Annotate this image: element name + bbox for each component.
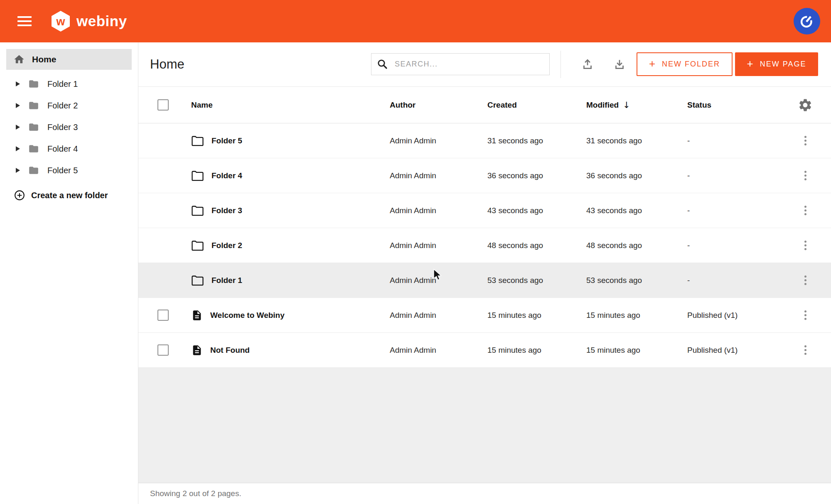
webiny-admin-app: w webiny Home Folder 1Folder 2Folder 3Fo… bbox=[0, 0, 831, 504]
sidebar-item-home[interactable]: Home bbox=[6, 49, 132, 70]
folder-icon bbox=[27, 79, 40, 89]
row-name[interactable]: Folder 2 bbox=[211, 241, 242, 250]
row-actions-menu[interactable] bbox=[801, 167, 810, 184]
gear-icon bbox=[798, 98, 813, 113]
row-status: - bbox=[687, 171, 779, 180]
page-icon bbox=[191, 344, 203, 356]
table-row[interactable]: Not FoundAdmin Admin15 minutes ago15 min… bbox=[138, 333, 831, 368]
webiny-wordmark: webiny bbox=[76, 13, 127, 30]
select-all-checkbox[interactable] bbox=[157, 99, 169, 111]
row-status: - bbox=[687, 276, 779, 285]
row-author: Admin Admin bbox=[390, 171, 487, 180]
row-created: 36 seconds ago bbox=[487, 171, 586, 180]
column-header-name[interactable]: Name bbox=[191, 101, 390, 110]
folder-icon bbox=[191, 170, 204, 181]
sidebar-folder-item[interactable]: Folder 4 bbox=[0, 138, 138, 160]
row-created: 15 minutes ago bbox=[487, 311, 586, 320]
row-status: - bbox=[687, 241, 779, 250]
row-name[interactable]: Folder 5 bbox=[211, 136, 242, 145]
row-modified: 31 seconds ago bbox=[586, 136, 687, 145]
folder-icon bbox=[27, 165, 40, 176]
sidebar-folder-label: Folder 1 bbox=[47, 79, 78, 89]
row-name[interactable]: Folder 4 bbox=[211, 171, 242, 180]
row-actions-menu[interactable] bbox=[801, 342, 810, 358]
folder-icon bbox=[191, 205, 204, 216]
sidebar-folder-item[interactable]: Folder 1 bbox=[0, 73, 138, 95]
sidebar-folder-item[interactable]: Folder 3 bbox=[0, 116, 138, 138]
table-row[interactable]: Folder 2Admin Admin48 seconds ago48 seco… bbox=[138, 228, 831, 263]
pagination-summary: Showing 2 out of 2 pages. bbox=[150, 489, 241, 498]
row-status: - bbox=[687, 206, 779, 215]
table-row[interactable]: Folder 5Admin Admin31 seconds ago31 seco… bbox=[138, 123, 831, 158]
new-page-button[interactable]: + NEW PAGE bbox=[735, 52, 818, 76]
row-author: Admin Admin bbox=[390, 241, 487, 250]
page-title: Home bbox=[150, 57, 184, 72]
home-icon bbox=[13, 54, 25, 65]
webiny-hexagon-icon: w bbox=[51, 10, 71, 32]
chevron-right-icon[interactable] bbox=[16, 146, 20, 151]
main-content: Home bbox=[138, 42, 831, 504]
row-status: - bbox=[687, 136, 779, 145]
download-icon bbox=[613, 58, 626, 71]
chevron-right-icon[interactable] bbox=[16, 125, 20, 130]
row-modified: 15 minutes ago bbox=[586, 311, 687, 320]
table-row[interactable]: Folder 3Admin Admin43 seconds ago43 seco… bbox=[138, 193, 831, 228]
sidebar-folder-label: Folder 4 bbox=[47, 144, 78, 154]
sidebar-folder-item[interactable]: Folder 5 bbox=[0, 160, 138, 181]
create-folder-button[interactable]: Create a new folder bbox=[0, 185, 138, 205]
webiny-logo[interactable]: w webiny bbox=[51, 10, 127, 32]
create-folder-label: Create a new folder bbox=[31, 191, 108, 200]
new-folder-button[interactable]: + NEW FOLDER bbox=[637, 52, 733, 76]
svg-text:w: w bbox=[56, 15, 65, 28]
sidebar-folder-label: Folder 2 bbox=[47, 101, 78, 111]
row-modified: 48 seconds ago bbox=[586, 241, 687, 250]
row-actions-menu[interactable] bbox=[801, 237, 810, 253]
table-row[interactable]: Welcome to WebinyAdmin Admin15 minutes a… bbox=[138, 298, 831, 333]
row-actions-menu[interactable] bbox=[801, 272, 810, 288]
new-page-button-label: NEW PAGE bbox=[760, 60, 806, 69]
table-settings-button[interactable] bbox=[797, 97, 814, 113]
pagination-footer: Showing 2 out of 2 pages. bbox=[138, 483, 831, 504]
row-actions-menu[interactable] bbox=[801, 307, 810, 323]
row-name[interactable]: Welcome to Webiny bbox=[210, 311, 285, 320]
import-upload-button[interactable] bbox=[579, 56, 596, 73]
row-created: 48 seconds ago bbox=[487, 241, 586, 250]
column-header-modified[interactable]: Modified ↓ bbox=[586, 100, 687, 110]
row-name[interactable]: Folder 3 bbox=[211, 206, 242, 215]
new-folder-button-label: NEW FOLDER bbox=[662, 60, 720, 69]
plus-circle-icon bbox=[14, 189, 25, 201]
search-box bbox=[371, 53, 550, 75]
sidebar-folder-label: Folder 3 bbox=[47, 123, 78, 132]
user-avatar[interactable] bbox=[794, 8, 820, 34]
row-checkbox[interactable] bbox=[157, 344, 169, 356]
search-input[interactable] bbox=[371, 53, 550, 75]
page-icon bbox=[191, 309, 203, 322]
row-checkbox[interactable] bbox=[157, 310, 169, 321]
row-actions-menu[interactable] bbox=[801, 202, 810, 219]
row-name[interactable]: Folder 1 bbox=[211, 276, 242, 285]
row-status: Published (v1) bbox=[687, 311, 779, 320]
hamburger-menu-icon[interactable] bbox=[17, 16, 32, 26]
row-modified: 15 minutes ago bbox=[586, 346, 687, 355]
upload-icon bbox=[581, 58, 594, 71]
row-actions-menu[interactable] bbox=[801, 133, 810, 149]
column-header-status[interactable]: Status bbox=[687, 101, 779, 110]
row-name[interactable]: Not Found bbox=[210, 346, 250, 355]
sidebar-folder-item[interactable]: Folder 2 bbox=[0, 95, 138, 116]
sidebar-folder-label: Folder 5 bbox=[47, 166, 78, 175]
column-header-author[interactable]: Author bbox=[390, 101, 487, 110]
table-row[interactable]: Folder 4Admin Admin36 seconds ago36 seco… bbox=[138, 158, 831, 193]
folder-icon bbox=[27, 122, 40, 133]
chevron-right-icon[interactable] bbox=[16, 168, 20, 173]
sidebar: Home Folder 1Folder 2Folder 3Folder 4Fol… bbox=[0, 42, 138, 504]
chevron-right-icon[interactable] bbox=[16, 103, 20, 108]
export-download-button[interactable] bbox=[611, 56, 628, 73]
row-author: Admin Admin bbox=[390, 346, 487, 355]
column-header-created[interactable]: Created bbox=[487, 101, 586, 110]
sidebar-home-label: Home bbox=[32, 54, 56, 64]
folder-icon bbox=[27, 143, 40, 154]
empty-area bbox=[138, 368, 831, 483]
table-row[interactable]: Folder 1Admin Admin53 seconds ago53 seco… bbox=[138, 263, 831, 298]
content-toolbar: Home bbox=[138, 42, 831, 87]
chevron-right-icon[interactable] bbox=[16, 81, 20, 86]
